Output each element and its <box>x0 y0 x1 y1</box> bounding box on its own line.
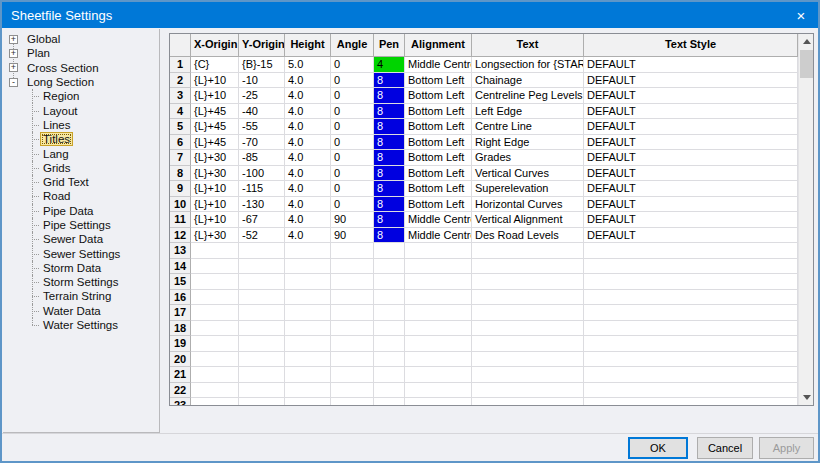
row-number[interactable]: 12 <box>170 228 191 244</box>
cell[interactable] <box>285 305 331 321</box>
column-header-alignment[interactable]: Alignment <box>405 34 472 57</box>
cell[interactable]: 4.0 <box>285 166 331 182</box>
cell[interactable] <box>331 259 374 275</box>
cell[interactable] <box>331 243 374 259</box>
cell[interactable] <box>331 274 374 290</box>
pen-color-cell[interactable]: 8 <box>374 181 405 197</box>
tree-item-storm-data[interactable]: Storm Data <box>3 261 159 275</box>
cell[interactable]: Middle Centre <box>405 57 472 73</box>
row-number[interactable]: 23 <box>170 398 191 405</box>
row-number[interactable]: 17 <box>170 305 191 321</box>
tree-item-cross-section[interactable]: +Cross Section <box>3 61 159 75</box>
cell[interactable]: DEFAULT <box>584 73 798 89</box>
tree-item-grids[interactable]: Grids <box>3 161 159 175</box>
cell[interactable] <box>285 367 331 383</box>
cell[interactable] <box>331 290 374 306</box>
cell[interactable]: Bottom Left <box>405 150 472 166</box>
cell[interactable] <box>191 290 239 306</box>
cell[interactable]: {L}+45 <box>191 104 239 120</box>
pen-color-cell[interactable]: 8 <box>374 119 405 135</box>
cell[interactable] <box>191 243 239 259</box>
cell[interactable]: DEFAULT <box>584 197 798 213</box>
cell[interactable] <box>374 259 405 275</box>
row-number[interactable]: 16 <box>170 290 191 306</box>
vertical-scrollbar[interactable] <box>798 34 814 405</box>
cell[interactable] <box>285 243 331 259</box>
cell[interactable] <box>584 305 798 321</box>
cell[interactable] <box>285 336 331 352</box>
cell[interactable]: -67 <box>239 212 285 228</box>
cell[interactable] <box>191 383 239 399</box>
cell[interactable] <box>472 259 584 275</box>
cell[interactable] <box>331 305 374 321</box>
cell[interactable]: DEFAULT <box>584 228 798 244</box>
cell[interactable]: -52 <box>239 228 285 244</box>
titlebar[interactable]: Sheetfile Settings × <box>2 2 818 28</box>
cell[interactable] <box>239 259 285 275</box>
row-number[interactable]: 7 <box>170 150 191 166</box>
pen-color-cell[interactable]: 8 <box>374 104 405 120</box>
cell[interactable] <box>405 290 472 306</box>
collapse-icon[interactable]: - <box>9 78 18 87</box>
row-number[interactable]: 1 <box>170 57 191 73</box>
cell[interactable] <box>191 259 239 275</box>
pen-color-cell[interactable]: 8 <box>374 150 405 166</box>
cell[interactable] <box>405 367 472 383</box>
pen-color-cell[interactable]: 8 <box>374 135 405 151</box>
cell[interactable] <box>374 290 405 306</box>
cell[interactable]: 0 <box>331 88 374 104</box>
cell[interactable]: 0 <box>331 104 374 120</box>
column-header-angle[interactable]: Angle <box>331 34 374 57</box>
cell[interactable]: DEFAULT <box>584 135 798 151</box>
tree-item-lang[interactable]: Lang <box>3 146 159 160</box>
cell[interactable]: Centreline Peg Levels <box>472 88 584 104</box>
cell[interactable]: {L}+30 <box>191 228 239 244</box>
tree-item-terrain-string[interactable]: Terrain String <box>3 289 159 303</box>
cell[interactable] <box>472 383 584 399</box>
column-header-rownum[interactable] <box>170 34 191 57</box>
cell[interactable]: {L}+45 <box>191 119 239 135</box>
cell[interactable]: 0 <box>331 150 374 166</box>
column-header-height[interactable]: Height <box>285 34 331 57</box>
cell[interactable] <box>472 274 584 290</box>
tree-item-titles[interactable]: Titles <box>3 132 159 146</box>
cell[interactable] <box>472 352 584 368</box>
cell[interactable]: DEFAULT <box>584 104 798 120</box>
cell[interactable] <box>584 352 798 368</box>
cell[interactable] <box>239 336 285 352</box>
cell[interactable]: -85 <box>239 150 285 166</box>
cell[interactable] <box>239 243 285 259</box>
cell[interactable] <box>331 352 374 368</box>
cell[interactable]: Bottom Left <box>405 119 472 135</box>
cell[interactable]: 4.0 <box>285 104 331 120</box>
cell[interactable]: 0 <box>331 181 374 197</box>
tree-item-sewer-data[interactable]: Sewer Data <box>3 232 159 246</box>
cell[interactable]: Grades <box>472 150 584 166</box>
cell[interactable] <box>472 305 584 321</box>
cell[interactable]: -70 <box>239 135 285 151</box>
row-number[interactable]: 11 <box>170 212 191 228</box>
cell[interactable] <box>374 305 405 321</box>
pen-color-cell[interactable]: 8 <box>374 228 405 244</box>
row-number[interactable]: 22 <box>170 383 191 399</box>
cell[interactable] <box>405 243 472 259</box>
pen-color-cell[interactable]: 8 <box>374 212 405 228</box>
cell[interactable]: 0 <box>331 119 374 135</box>
close-icon[interactable]: × <box>784 2 818 28</box>
cell[interactable] <box>239 321 285 337</box>
row-number[interactable]: 3 <box>170 88 191 104</box>
cell[interactable] <box>285 290 331 306</box>
cell[interactable] <box>285 321 331 337</box>
cell[interactable] <box>374 383 405 399</box>
cell[interactable]: Middle Centre <box>405 212 472 228</box>
cell[interactable] <box>239 383 285 399</box>
cell[interactable]: Left Edge <box>472 104 584 120</box>
cell[interactable]: 0 <box>331 57 374 73</box>
cell[interactable] <box>285 274 331 290</box>
cell[interactable] <box>191 274 239 290</box>
pen-color-cell[interactable]: 8 <box>374 88 405 104</box>
tree-item-lines[interactable]: Lines <box>3 118 159 132</box>
cell[interactable]: {L}+10 <box>191 181 239 197</box>
cell[interactable]: {L}+10 <box>191 212 239 228</box>
cell[interactable] <box>472 367 584 383</box>
